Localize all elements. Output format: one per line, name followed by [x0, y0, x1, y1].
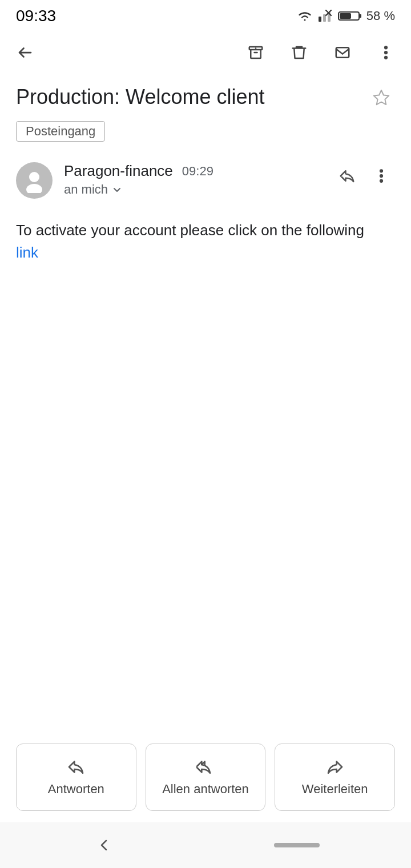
- label-badge: Posteingang: [16, 121, 105, 142]
- bottom-actions: Antworten Allen antworten Weiterleiten: [0, 732, 411, 822]
- status-icons: 58 %: [297, 9, 395, 23]
- svg-point-10: [385, 46, 387, 49]
- status-time: 09:33: [16, 7, 56, 25]
- forward-action-icon: [326, 758, 344, 776]
- back-button[interactable]: [11, 39, 39, 66]
- body-text: To activate your account please click on…: [16, 219, 395, 264]
- sender-to-row[interactable]: an mich: [64, 182, 322, 197]
- reply-action-label: Antworten: [48, 782, 104, 797]
- svg-point-12: [385, 57, 387, 59]
- svg-rect-0: [319, 17, 321, 22]
- reply-button-header[interactable]: [333, 162, 361, 190]
- avatar-icon: [22, 168, 47, 193]
- nav-back-icon: [95, 836, 113, 854]
- activation-link[interactable]: link: [16, 244, 38, 261]
- reply-icon-header: [339, 167, 356, 184]
- reply-action-button[interactable]: Antworten: [16, 744, 136, 811]
- avatar: [16, 162, 53, 199]
- star-button[interactable]: [368, 85, 395, 112]
- sender-row: Paragon-finance 09:29 an mich: [0, 153, 411, 208]
- more-icon: [377, 44, 394, 61]
- sender-actions: [333, 162, 395, 190]
- action-bar-right: [242, 39, 400, 66]
- more-options-button[interactable]: [372, 39, 400, 66]
- sender-info: Paragon-finance 09:29 an mich: [64, 162, 322, 197]
- svg-point-11: [385, 51, 387, 54]
- wifi-icon: [297, 10, 313, 22]
- svg-point-17: [380, 180, 382, 182]
- delete-button[interactable]: [285, 39, 313, 66]
- forward-action-label: Weiterleiten: [302, 782, 368, 797]
- body-main-text: To activate your account please click on…: [16, 222, 364, 239]
- nav-home-pill[interactable]: [274, 843, 320, 847]
- reply-action-icon: [67, 758, 85, 776]
- back-icon: [17, 44, 34, 61]
- chevron-down-icon: [111, 184, 123, 195]
- action-bar: [0, 32, 411, 73]
- mail-icon: [334, 44, 351, 61]
- nav-bar: [0, 822, 411, 868]
- reply-all-action-label: Allen antworten: [162, 782, 249, 797]
- expand-recipients-button[interactable]: [111, 184, 123, 195]
- mark-unread-button[interactable]: [329, 39, 356, 66]
- email-body: To activate your account please click on…: [0, 208, 411, 287]
- forward-action-button[interactable]: Weiterleiten: [275, 744, 395, 811]
- signal-icon: [317, 10, 333, 22]
- more-message-icon: [373, 167, 390, 184]
- sender-time: 09:29: [182, 164, 213, 179]
- star-icon: [371, 88, 392, 108]
- status-bar: 09:33 58 %: [0, 0, 411, 32]
- subject-area: Production: Welcome client: [0, 73, 411, 119]
- svg-rect-7: [340, 13, 351, 19]
- svg-point-14: [26, 184, 42, 193]
- reply-all-action-icon: [196, 758, 215, 776]
- archive-icon: [247, 44, 264, 61]
- svg-rect-6: [359, 14, 361, 18]
- label-area: Posteingang: [0, 119, 411, 153]
- email-subject: Production: Welcome client: [16, 85, 368, 109]
- archive-button[interactable]: [242, 39, 269, 66]
- more-message-options-button[interactable]: [368, 162, 395, 190]
- battery-icon: [338, 10, 362, 22]
- delete-icon: [291, 44, 308, 61]
- svg-point-15: [380, 170, 382, 172]
- battery-percent: 58 %: [366, 9, 395, 23]
- sender-name: Paragon-finance: [64, 162, 173, 180]
- reply-all-action-button[interactable]: Allen antworten: [146, 744, 266, 811]
- sender-recipient-label: an mich: [64, 182, 108, 197]
- action-bar-left: [11, 39, 39, 66]
- svg-rect-9: [336, 47, 349, 58]
- nav-back-button[interactable]: [91, 833, 116, 858]
- svg-point-13: [29, 172, 39, 182]
- svg-point-16: [380, 175, 382, 177]
- sender-name-row: Paragon-finance 09:29: [64, 162, 322, 180]
